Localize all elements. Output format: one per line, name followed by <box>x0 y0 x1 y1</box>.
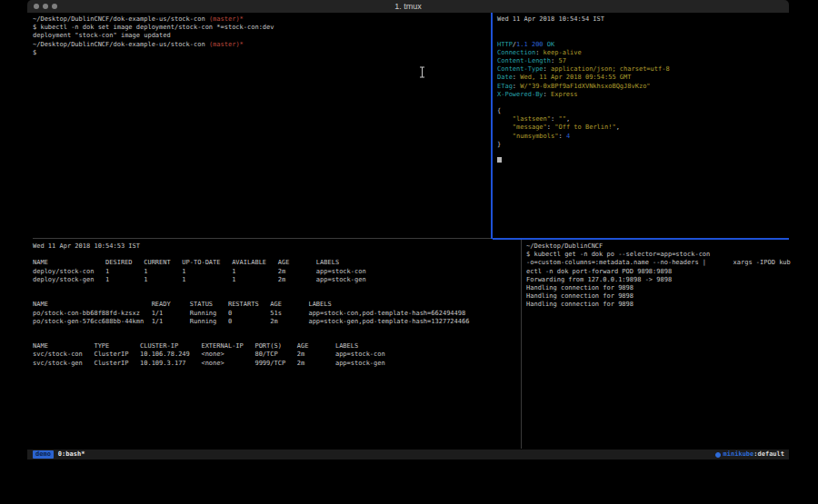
terminal-text-segment: Forwarding from 127.0.0.1:9898 -> 9898 <box>526 276 672 283</box>
terminal-text-segment: , <box>566 115 570 123</box>
terminal-text-segment: ~/Desktop/DublinCNCF <box>526 242 603 250</box>
terminal-text-segment: ectl -n dok port-forward POD 9898:9898 <box>526 268 672 275</box>
terminal-text-segment: : <box>544 65 551 73</box>
terminal-line: NAME READY STATUS RESTARTS AGE LABELS <box>33 301 526 309</box>
terminal-line <box>33 251 526 259</box>
terminal-line: Wed 11 Apr 2018 10:54:54 IST <box>497 15 793 24</box>
terminal-text-segment: "lastseen" <box>513 115 551 123</box>
terminal-text-segment: 4 <box>566 133 570 140</box>
terminal-text-segment: deploy/stock-con 1 1 1 1 2m app=stock-co… <box>33 268 366 275</box>
terminal-line <box>497 157 793 165</box>
terminal-text-segment: ~/Desktop/DublinCNCF/dok-example-us/stoc… <box>33 41 209 48</box>
terminal-text-segment: X-Powered-By <box>497 91 544 98</box>
kube-context-label: minikube <box>723 450 754 460</box>
terminal-text-segment: Handling connection for 9898 <box>526 284 633 292</box>
pane-top-left-shell[interactable]: ~/Desktop/DublinCNCF/dok-example-us/stoc… <box>27 13 496 241</box>
terminal-line: ectl -n dok port-forward POD 9898:9898 <box>526 268 793 276</box>
terminal-line: $ kubectl -n dok set image deployment/st… <box>33 24 496 32</box>
terminal-text-segment: : <box>547 124 554 131</box>
terminal-text-segment: : <box>535 49 543 56</box>
terminal-text-segment: } <box>497 141 501 148</box>
terminal-text-segment: W/"39-0xBPf9aF1dXVNkhsxoBQgJ8vKzo" <box>520 83 650 90</box>
terminal-text-segment: : <box>544 91 551 98</box>
terminal-line: -o=custom-columns=:metadata.name --no-he… <box>526 259 793 267</box>
terminal-text-segment: ETag <box>497 83 513 90</box>
terminal-line: { <box>497 107 793 115</box>
terminal-text-segment: Content-Length <box>497 57 551 64</box>
terminal-line <box>33 326 526 334</box>
pane-divider-horizontal-left[interactable] <box>33 238 491 239</box>
terminal-line: Connection: keep-alive <box>497 49 793 57</box>
terminal-text-segment: "Off to Berlin!" <box>554 124 615 131</box>
terminal-line: po/stock-gen-576cc688bb-44kmn 1/1 Runnin… <box>33 318 526 326</box>
terminal-text-segment: deployment "stock-con" image updated <box>33 32 171 39</box>
terminal-text-segment: NAME DESIRED CURRENT UP-TO-DATE AVAILABL… <box>33 259 339 266</box>
terminal-line: "numsymbols": 4 <box>497 133 793 141</box>
tmux-status-bar: demo 0:bash* minikube :default <box>27 450 789 460</box>
pane-bottom-right-port-forward[interactable]: ~/Desktop/DublinCNCF$ kubectl get -n dok… <box>523 240 793 451</box>
kube-namespace-label: :default <box>753 450 784 460</box>
terminal-line: ETag: W/"39-0xBPf9aF1dXVNkhsxoBQgJ8vKzo" <box>497 83 793 91</box>
terminal-line: NAME TYPE CLUSTER-IP EXTERNAL-IP PORT(S)… <box>33 342 526 351</box>
terminal-text-segment: svc/stock-con ClusterIP 10.106.78.249 <n… <box>33 351 385 358</box>
terminal-text-segment: HTTP <box>497 41 513 48</box>
terminal-text-segment <box>497 115 513 123</box>
terminal-line: Handling connection for 9898 <box>526 301 793 309</box>
terminal-text-segment: Wed, 11 Apr 2018 09:54:55 GMT <box>520 74 631 81</box>
pane-divider-vertical-bottom[interactable] <box>521 240 522 449</box>
kubernetes-icon <box>715 452 721 458</box>
terminal-text-segment: "" <box>558 115 565 123</box>
terminal-text-segment: Wed 11 Apr 2018 10:54:53 IST <box>33 242 140 250</box>
terminal-line: ~/Desktop/DublinCNCF/dok-example-us/stoc… <box>33 41 496 49</box>
pane-divider-vertical-top[interactable] <box>491 13 493 239</box>
terminal-line: NAME DESIRED CURRENT UP-TO-DATE AVAILABL… <box>33 259 526 267</box>
terminal-text-segment: , <box>616 124 620 131</box>
pane-top-right-http-response[interactable]: Wed 11 Apr 2018 10:54:54 ISTHTTP/1.1 200… <box>493 13 793 241</box>
terminal-text-segment: deploy/stock-gen 1 1 1 1 2m app=stock-ge… <box>33 276 366 283</box>
window-titlebar[interactable]: 1. tmux <box>27 0 789 13</box>
terminal-line: Wed 11 Apr 2018 10:54:53 IST <box>33 242 526 251</box>
block-text-cursor <box>497 157 502 163</box>
terminal-line: Content-Type: application/json; charset=… <box>497 65 793 74</box>
terminal-text-segment: NAME READY STATUS RESTARTS AGE LABELS <box>33 301 332 308</box>
pane-bottom-left-kubectl-resources[interactable]: Wed 11 Apr 2018 10:54:53 ISTNAME DESIRED… <box>27 240 526 451</box>
terminal-text-segment: (master)* <box>209 41 244 48</box>
terminal-text-segment: svc/stock-gen ClusterIP 10.109.3.177 <no… <box>33 360 385 367</box>
terminal-line <box>497 24 793 32</box>
terminal-text-segment: 1.1 200 <box>516 41 544 48</box>
terminal-line: HTTP/1.1 200 OK <box>497 41 793 49</box>
terminal-text-segment: Content-Type <box>497 65 544 73</box>
terminal-line: $ <box>33 49 496 57</box>
terminal-window: 1. tmux ~/Desktop/DublinCNCF/dok-example… <box>27 0 789 465</box>
terminal-line: ~/Desktop/DublinCNCF <box>526 242 793 251</box>
terminal-text-segment: Wed 11 Apr 2018 10:54:54 IST <box>497 15 604 23</box>
terminal-text-segment: { <box>497 107 501 114</box>
terminal-line: Handling connection for 9898 <box>526 284 793 292</box>
terminal-line: po/stock-con-bb68f88fd-kzsxz 1/1 Running… <box>33 310 526 318</box>
terminal-line: svc/stock-gen ClusterIP 10.109.3.177 <no… <box>33 360 526 368</box>
terminal-line: Handling connection for 9898 <box>526 292 793 301</box>
terminal-text-segment: $ kubectl -n dok set image deployment/st… <box>33 24 274 31</box>
mouse-ibeam-cursor-icon <box>419 64 425 76</box>
terminal-line: Content-Length: 57 <box>497 57 793 65</box>
terminal-line: deploy/stock-gen 1 1 1 1 2m app=stock-ge… <box>33 276 526 284</box>
terminal-line: deployment "stock-con" image updated <box>33 32 496 40</box>
terminal-line <box>497 99 793 107</box>
terminal-line: "lastseen": "", <box>497 115 793 124</box>
terminal-text-segment: po/stock-gen-576cc688bb-44kmn 1/1 Runnin… <box>33 318 469 325</box>
terminal-text-segment: -o=custom-columns=:metadata.name --no-he… <box>526 259 791 266</box>
terminal-text-segment: Handling connection for 9898 <box>526 292 633 300</box>
terminal-line <box>497 32 793 40</box>
terminal-line: Forwarding from 127.0.0.1:9898 -> 9898 <box>526 276 793 284</box>
window-title: 1. tmux <box>27 1 789 13</box>
terminal-text-segment: Connection <box>497 49 535 56</box>
pane-divider-horizontal-right-active[interactable] <box>493 238 789 240</box>
terminal-line: ~/Desktop/DublinCNCF/dok-example-us/stoc… <box>33 15 496 24</box>
terminal-line <box>33 334 526 342</box>
active-window-label[interactable]: 0:bash* <box>58 450 85 460</box>
terminal-line: X-Powered-By: Express <box>497 91 793 99</box>
terminal-line: $ kubectl get -n dok po --selector=app=s… <box>526 251 793 259</box>
terminal-text-segment: ~/Desktop/DublinCNCF/dok-example-us/stoc… <box>33 15 209 23</box>
terminal-text-segment: $ kubectl get -n dok po --selector=app=s… <box>526 251 710 258</box>
terminal-line <box>33 292 526 301</box>
